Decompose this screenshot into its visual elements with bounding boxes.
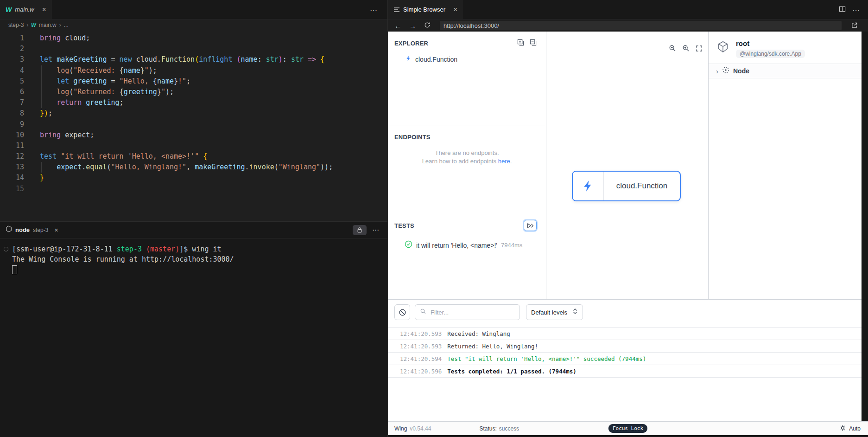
- close-icon[interactable]: ×: [54, 227, 58, 233]
- log-message: Returned: Hello, Winglang!: [447, 343, 538, 350]
- close-icon[interactable]: ×: [453, 6, 457, 13]
- line-number: 6: [0, 87, 24, 97]
- scrollbar-gutter: [862, 32, 868, 421]
- log-levels-select[interactable]: Default levels: [526, 304, 583, 320]
- endpoints-here-link[interactable]: here: [498, 158, 510, 165]
- terminal-more-actions-icon[interactable]: ⋯: [372, 226, 379, 234]
- inspector-root[interactable]: root @winglang/sdk.core.App: [709, 32, 862, 64]
- terminal-actions: ⋯: [353, 225, 379, 235]
- line-number: 15: [0, 184, 24, 194]
- expand-all-icon[interactable]: [517, 39, 524, 48]
- wing-file-icon: W: [6, 6, 12, 13]
- right-pane: Simple Browser × ⋯ ← → EXPLORER: [387, 0, 868, 437]
- log-entry[interactable]: 12:41:20.596Tests completed: 1/1 passed.…: [388, 365, 862, 378]
- tests-section: TESTS it will return 'Hello, <name>!' 79…: [388, 215, 546, 299]
- editor-more-actions-icon[interactable]: ⋯: [370, 0, 377, 19]
- focus-lock-badge[interactable]: Focus Lock: [608, 424, 647, 433]
- log-timestamp: 12:41:20.593: [400, 343, 442, 350]
- line-number: 11: [0, 141, 24, 151]
- split-editor-icon[interactable]: [839, 6, 846, 14]
- node-cloud-function[interactable]: cloud.Function: [572, 171, 681, 201]
- code-line: 14}: [0, 173, 387, 183]
- lightning-bolt-icon: [405, 55, 412, 63]
- breadcrumb-folder[interactable]: step-3: [8, 22, 24, 28]
- explorer-item-cloud-function[interactable]: cloud.Function: [388, 55, 546, 63]
- zoom-out-icon[interactable]: [669, 45, 676, 54]
- endpoints-title: ENDPOINTS: [394, 134, 431, 141]
- inspector-root-badge: @winglang/sdk.core.App: [736, 50, 805, 58]
- breadcrumb-file[interactable]: main.w: [39, 22, 57, 28]
- log-entry[interactable]: 12:41:20.593Returned: Hello, Winglang!: [388, 340, 862, 353]
- log-message: Test "it will return 'Hello, <name>!'" s…: [447, 355, 646, 362]
- breadcrumb-more[interactable]: ...: [64, 22, 69, 28]
- terminal-tab-detail: step-3: [33, 227, 48, 233]
- open-external-icon[interactable]: [851, 22, 858, 31]
- line-number: 13: [0, 162, 24, 173]
- wing-file-icon: W: [31, 22, 36, 28]
- chevron-right-icon[interactable]: ›: [716, 68, 718, 75]
- line-number: 2: [0, 44, 24, 54]
- log-entry[interactable]: 12:41:20.593Received: Winglang: [388, 328, 862, 340]
- clear-logs-button[interactable]: [394, 304, 410, 320]
- line-number: 12: [0, 151, 24, 162]
- browser-tab-actions: ⋯: [839, 0, 860, 19]
- code-line: 2: [0, 44, 387, 54]
- theme-toggle[interactable]: Auto: [839, 424, 861, 433]
- line-number: 7: [0, 97, 24, 108]
- reload-icon[interactable]: [424, 22, 431, 30]
- line-number: 1: [0, 33, 24, 44]
- lock-button[interactable]: [353, 225, 367, 235]
- sun-icon: [839, 424, 846, 433]
- code-line: 13 expect.equal("Hello, Winglang!", make…: [0, 162, 387, 173]
- inspector-root-title: root: [736, 40, 805, 47]
- terminal-tab-node[interactable]: node step-3 ×: [6, 225, 58, 234]
- inspector-node-row[interactable]: › Node: [709, 64, 862, 78]
- command-decoration-icon: [4, 247, 8, 251]
- canvas-controls: [669, 45, 703, 54]
- logs-toolbar: Default levels: [388, 300, 862, 320]
- log-timestamp: 12:41:20.594: [400, 355, 442, 362]
- code-line: 1bring cloud;: [0, 33, 387, 44]
- test-label: it will return 'Hello, <name>!': [416, 242, 497, 249]
- line-number: 10: [0, 130, 24, 141]
- breadcrumb[interactable]: step-3 › W main.w › ...: [0, 19, 387, 31]
- terminal-output[interactable]: [ssm-user@ip-172-31-8-11 step-3 (master)…: [0, 238, 387, 275]
- logs-panel: Default levels 12:41:20.593Received: Win…: [388, 299, 862, 421]
- tab-main-w[interactable]: W main.w ×: [0, 0, 52, 19]
- filter-input[interactable]: [430, 308, 515, 316]
- back-arrow-icon[interactable]: ←: [394, 22, 401, 30]
- code-line: 12test "it will return 'Hello, <name>!'"…: [0, 151, 387, 162]
- window-bottom-edge: [388, 435, 868, 437]
- console-status-bar: Wing v0.54.44 Status: success Focus Lock…: [388, 421, 868, 435]
- line-number: 8: [0, 108, 24, 119]
- code-line: 10bring expect;: [0, 130, 387, 141]
- dashed-circle-icon: [722, 66, 729, 76]
- more-actions-icon[interactable]: ⋯: [852, 6, 860, 14]
- zoom-in-icon[interactable]: [682, 45, 690, 54]
- lightning-bolt-icon: [582, 179, 595, 193]
- run-all-tests-button[interactable]: [524, 220, 537, 231]
- url-input[interactable]: [440, 21, 842, 30]
- fit-screen-icon[interactable]: [696, 45, 703, 54]
- wing-console: EXPLORER cloud.Function ENDPOINTS: [388, 32, 868, 437]
- terminal-tab-name: node: [15, 226, 30, 233]
- log-message: Received: Winglang: [447, 330, 510, 337]
- code-line: 7 return greeting;: [0, 97, 387, 108]
- test-item[interactable]: it will return 'Hello, <name>!' 7944ms: [388, 240, 546, 250]
- chevron-up-down-icon: [572, 308, 578, 316]
- forward-arrow-icon[interactable]: →: [409, 22, 416, 30]
- code-editor[interactable]: 1bring cloud;23let makeGreeting = new cl…: [0, 31, 387, 194]
- collapse-all-icon[interactable]: [530, 39, 537, 48]
- map-canvas[interactable]: cloud.Function: [546, 32, 708, 299]
- editor-tab-bar: W main.w × ⋯: [0, 0, 387, 19]
- log-message: Tests completed: 1/1 passed. (7944ms): [447, 368, 576, 375]
- terminal-cursor: [12, 265, 17, 274]
- tab-simple-browser[interactable]: Simple Browser ×: [388, 0, 463, 19]
- inspector-panel: root @winglang/sdk.core.App › Node: [708, 32, 862, 299]
- line-number: 5: [0, 76, 24, 87]
- log-entry[interactable]: 12:41:20.594Test "it will return 'Hello,…: [388, 353, 862, 365]
- close-icon[interactable]: ×: [42, 6, 46, 13]
- terminal-line: The Wing Console is running at http://lo…: [0, 254, 387, 264]
- tests-title: TESTS: [394, 222, 414, 229]
- filter-box[interactable]: [415, 304, 520, 320]
